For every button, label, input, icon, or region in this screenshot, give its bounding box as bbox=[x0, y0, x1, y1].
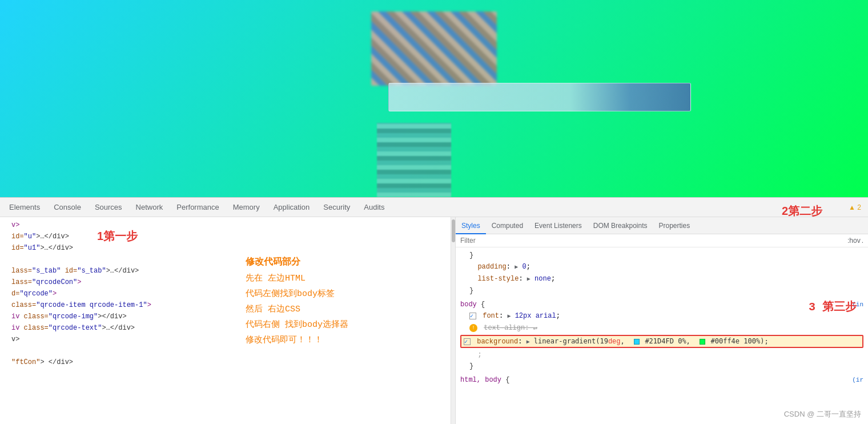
css-rule-body-header: body { (in bbox=[460, 299, 863, 310]
html-line: lass="s_tab" id="s_tab">…</div> bbox=[0, 265, 451, 277]
html-line: d="qrcode"> bbox=[0, 288, 451, 299]
annotation-middle: 修改代码部分 先在 左边HTML 代码左侧找到body标签 然后 右边CSS 代… bbox=[246, 254, 348, 348]
styles-filter-input[interactable] bbox=[460, 237, 843, 245]
html-line: "ftCon"> </div> bbox=[0, 357, 451, 368]
css-rule-html-body: html, body { (ir bbox=[460, 374, 863, 386]
scroll-divider bbox=[451, 217, 456, 424]
styles-filter-hov[interactable]: :hov bbox=[847, 237, 861, 245]
html-panel: v> id="u">…</div> id="u1">…</div> lass="… bbox=[0, 217, 451, 424]
styles-sub-tabs: Styles Computed Event Listeners DOM Brea… bbox=[456, 217, 868, 234]
css-line: padding: ▶ 0; bbox=[460, 261, 863, 273]
tab-security[interactable]: Security bbox=[316, 198, 357, 217]
css-line-background-highlighted: background: ▶ linear-gradient(19deg, #21… bbox=[460, 335, 863, 348]
sub-tab-properties[interactable]: Properties bbox=[653, 217, 696, 234]
scroll-thumb bbox=[452, 219, 455, 242]
styles-content: } padding: ▶ 0; list-style: ▶ none; } bbox=[456, 247, 868, 424]
browser-viewport bbox=[0, 0, 868, 197]
tab-application[interactable]: Application bbox=[267, 198, 317, 217]
annotation-middle-line4: 代码右侧 找到body选择器 bbox=[246, 317, 348, 333]
annotation-middle-line3: 然后 右边CSS bbox=[246, 302, 348, 317]
html-line-empty bbox=[0, 345, 451, 357]
sub-tab-dom-breakpoints[interactable]: DOM Breakpoints bbox=[588, 217, 653, 234]
css-rule-generic: } padding: ▶ 0; list-style: ▶ none; } bbox=[460, 250, 863, 297]
html-line: id="u1">…</div> bbox=[0, 242, 451, 254]
checkbox-font[interactable] bbox=[469, 313, 476, 319]
css-line-textalign: ! text-align: ↵ bbox=[460, 322, 863, 334]
css-line: } bbox=[460, 250, 863, 261]
sub-tab-computed[interactable]: Computed bbox=[486, 217, 529, 234]
annotation-middle-line2: 代码左侧找到body标签 bbox=[246, 286, 348, 302]
css-line: } bbox=[460, 285, 863, 297]
checkbox-background[interactable] bbox=[464, 338, 471, 345]
color-swatch-2[interactable] bbox=[700, 339, 705, 345]
annotation-step2: 2第二步 bbox=[782, 217, 822, 219]
css-line-font: font: ▶ 12px arial; bbox=[460, 310, 863, 322]
tab-sources[interactable]: Sources bbox=[88, 198, 129, 217]
devtools-tabs-bar: Elements Console Sources Network Perform… bbox=[0, 198, 868, 217]
annotation-step3: 3 第三步 bbox=[809, 299, 857, 314]
css-source-html-body[interactable]: (ir bbox=[852, 375, 863, 385]
sub-tab-styles[interactable]: Styles bbox=[456, 217, 486, 234]
css-rule-body-close: } bbox=[460, 361, 863, 372]
html-line: class="qrcode-item qrcode-item-1"> bbox=[0, 299, 451, 311]
html-line: lass="qrcodeCon"> bbox=[0, 277, 451, 288]
html-line: id="u">…</div> bbox=[0, 231, 451, 242]
styles-filter-row: :hov . 2第二步 bbox=[456, 234, 868, 247]
tab-audits[interactable]: Audits bbox=[357, 198, 391, 217]
blurred-image-bar bbox=[388, 83, 691, 111]
warning-icon-textalign: ! bbox=[469, 324, 477, 332]
html-line: v> bbox=[0, 219, 451, 231]
tab-elements[interactable]: Elements bbox=[2, 198, 47, 217]
tab-performance[interactable]: Performance bbox=[170, 198, 226, 217]
html-line-empty bbox=[0, 254, 451, 265]
devtools-content: v> id="u">…</div> id="u1">…</div> lass="… bbox=[0, 217, 868, 424]
annotation-middle-title: 修改代码部分 bbox=[246, 254, 348, 271]
css-rule-html-body-header: html, body { (ir bbox=[460, 374, 863, 386]
tab-network[interactable]: Network bbox=[129, 198, 170, 217]
html-line: v> bbox=[0, 334, 451, 345]
css-line-semicolon: ; bbox=[460, 349, 863, 361]
css-rule-body: body { (in font: ▶ 12px arial; ! text-al… bbox=[460, 299, 863, 372]
annotation-middle-line5: 修改代码即可！！！ bbox=[246, 333, 348, 348]
devtools-panel: Elements Console Sources Network Perform… bbox=[0, 197, 868, 424]
warning-badge: ▲ 2 bbox=[844, 203, 866, 211]
color-swatch-1[interactable] bbox=[634, 339, 640, 345]
styles-panel: Styles Computed Event Listeners DOM Brea… bbox=[456, 217, 868, 424]
blurred-image-center bbox=[377, 123, 451, 197]
html-line: iv class="qrcode-img"></div> bbox=[0, 311, 451, 322]
css-line: list-style: ▶ none; bbox=[460, 273, 863, 285]
annotation-step1: 1第一步 bbox=[97, 229, 138, 244]
tab-console[interactable]: Console bbox=[47, 198, 88, 217]
styles-filter-dot: . bbox=[862, 237, 863, 245]
tab-memory[interactable]: Memory bbox=[226, 198, 267, 217]
annotation-middle-line1: 先在 左边HTML bbox=[246, 271, 348, 286]
csdn-watermark: CSDN @ 二哥一直坚持 bbox=[784, 409, 861, 419]
html-line: iv class="qrcode-text">…</div> bbox=[0, 322, 451, 334]
sub-tab-event-listeners[interactable]: Event Listeners bbox=[529, 217, 588, 234]
blurred-image-top bbox=[371, 11, 497, 86]
